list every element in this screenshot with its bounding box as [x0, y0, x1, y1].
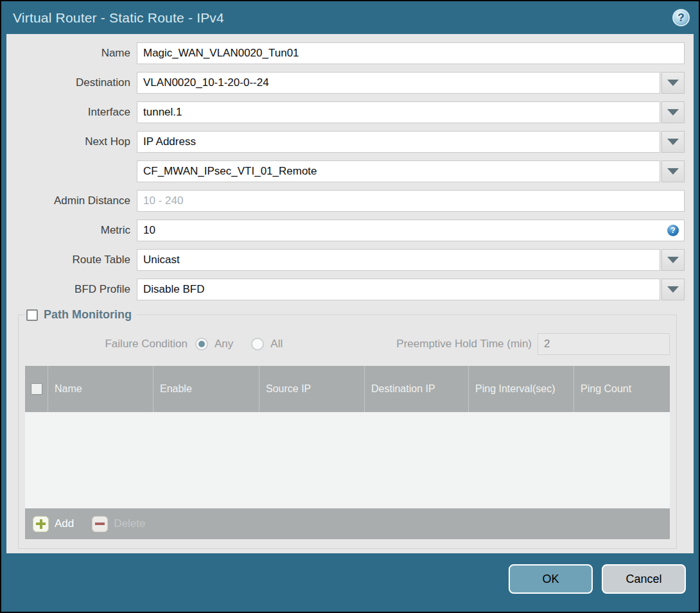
column-header-destination-ip: Destination IP [365, 366, 469, 412]
next-hop-value-row [6, 160, 685, 182]
column-header-enable: Enable [153, 366, 259, 412]
next-hop-type-input[interactable] [137, 131, 660, 153]
cancel-button[interactable]: Cancel [602, 564, 686, 594]
interface-input[interactable] [137, 101, 660, 123]
delete-button-label: Delete [114, 517, 145, 530]
next-hop-label: Next Hop [6, 135, 137, 148]
route-table-row: Route Table [6, 249, 685, 271]
column-header-ping-count: Ping Count [574, 366, 670, 412]
path-monitoring-section: Path Monitoring Failure Condition Any Al… [18, 308, 677, 549]
failure-condition-any-label: Any [214, 338, 233, 350]
path-monitoring-checkbox[interactable] [26, 309, 38, 321]
chevron-down-icon [667, 257, 679, 263]
destination-dropdown-button[interactable] [661, 72, 685, 94]
bfd-profile-input[interactable] [137, 279, 660, 300]
interface-label: Interface [6, 106, 137, 119]
route-table-input[interactable] [137, 249, 660, 271]
metric-row: Metric ? [6, 220, 685, 241]
chevron-down-icon [667, 139, 679, 145]
next-hop-type-dropdown-button[interactable] [661, 131, 685, 153]
bfd-profile-row: BFD Profile [6, 279, 685, 300]
column-header-ping-interval: Ping Interval(sec) [469, 366, 574, 412]
name-input[interactable] [137, 42, 685, 64]
failure-condition-all-label: All [270, 338, 283, 350]
failure-condition-any-radio[interactable] [195, 338, 208, 350]
chevron-down-icon [667, 168, 679, 175]
select-all-checkbox[interactable] [31, 383, 42, 395]
destination-label: Destination [6, 76, 137, 89]
dialog-title: Virtual Router - Static Route - IPv4 [13, 10, 224, 26]
bfd-profile-label: BFD Profile [6, 283, 137, 296]
column-header-source-ip: Source IP [259, 366, 365, 412]
help-icon[interactable]: ? [672, 9, 690, 26]
ok-button[interactable]: OK [509, 564, 593, 594]
dialog-content: Name Destination Interface Next Hop [6, 34, 694, 553]
preemptive-hold-time-label: Preemptive Hold Time (min) [396, 338, 538, 350]
next-hop-row: Next Hop [6, 131, 685, 153]
bfd-profile-dropdown-button[interactable] [661, 279, 685, 300]
failure-condition-row: Failure Condition Any All Preemptive Hol… [25, 333, 670, 355]
static-route-dialog: Virtual Router - Static Route - IPv4 ? N… [0, 0, 700, 613]
delete-button[interactable]: Delete [92, 516, 145, 532]
add-button-label: Add [55, 517, 74, 530]
path-monitoring-table: Name Enable Source IP Destination IP Pin… [25, 366, 670, 539]
destination-input[interactable] [137, 72, 660, 94]
info-icon: ? [667, 225, 679, 236]
column-header-name: Name [48, 366, 153, 412]
admin-distance-label: Admin Distance [6, 194, 137, 207]
chevron-down-icon [667, 80, 679, 86]
minus-icon [92, 516, 108, 532]
interface-row: Interface [6, 101, 685, 123]
next-hop-address-dropdown-button[interactable] [661, 160, 685, 182]
path-monitoring-title: Path Monitoring [44, 308, 132, 322]
chevron-down-icon [667, 109, 679, 116]
destination-row: Destination [6, 72, 685, 94]
table-toolbar: Add Delete [25, 508, 670, 539]
metric-label: Metric [6, 224, 137, 237]
name-row: Name [6, 42, 685, 64]
table-header: Name Enable Source IP Destination IP Pin… [25, 366, 670, 412]
route-table-dropdown-button[interactable] [661, 249, 685, 271]
name-label: Name [6, 47, 137, 60]
header-checkbox-cell [25, 366, 48, 412]
titlebar: Virtual Router - Static Route - IPv4 ? [1, 1, 699, 34]
path-monitoring-legend: Path Monitoring [25, 308, 137, 322]
dialog-footer: OK Cancel [1, 553, 699, 612]
failure-condition-all-radio[interactable] [251, 338, 264, 350]
admin-distance-input[interactable] [137, 190, 685, 212]
next-hop-address-input[interactable] [137, 160, 660, 182]
chevron-down-icon [667, 286, 679, 293]
metric-input[interactable] [137, 220, 685, 241]
preemptive-hold-time-input[interactable] [538, 333, 670, 355]
plus-icon [33, 516, 49, 532]
route-table-label: Route Table [6, 254, 137, 266]
failure-condition-label: Failure Condition [25, 338, 195, 350]
interface-dropdown-button[interactable] [661, 101, 685, 123]
table-body-empty [25, 412, 670, 508]
add-button[interactable]: Add [33, 516, 74, 532]
admin-distance-row: Admin Distance [6, 190, 685, 212]
